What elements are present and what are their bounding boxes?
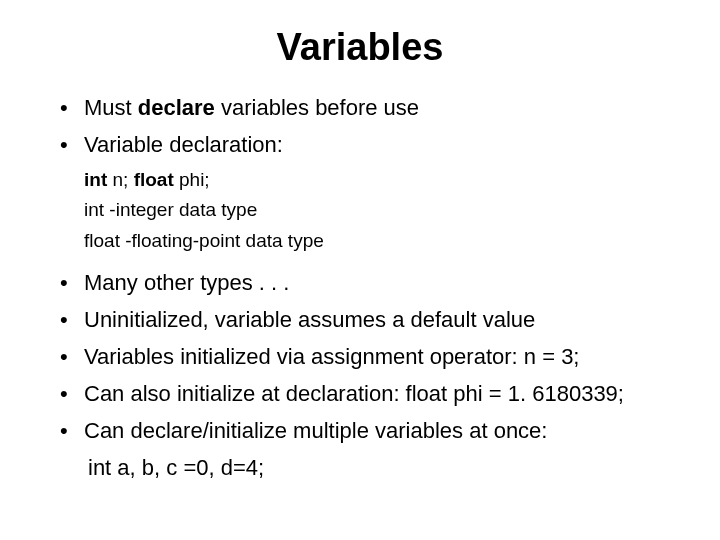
bullet-item-declare: Must declare variables before use xyxy=(60,91,680,124)
bullet-item-other-types: Many other types . . . xyxy=(60,266,680,299)
bullet-text-pre: Must xyxy=(84,95,138,120)
bullet-text: Can also initialize at declaration: floa… xyxy=(84,381,624,406)
bullet-text: Uninitialized, variable assumes a defaul… xyxy=(84,307,535,332)
slide-title: Variables xyxy=(40,26,680,69)
bullet-item-assignment: Variables initialized via assignment ope… xyxy=(60,340,680,373)
bullet-item-init-decl: Can also initialize at declaration: floa… xyxy=(60,377,680,410)
bullet-text: Variables initialized via assignment ope… xyxy=(84,344,579,369)
bullet-list-continued: Many other types . . . Uninitialized, va… xyxy=(40,266,680,447)
bullet-item-uninitialized: Uninitialized, variable assumes a defaul… xyxy=(60,303,680,336)
bullet-item-declaration: Variable declaration: xyxy=(60,128,680,161)
bullet-text-post: variables before use xyxy=(215,95,419,120)
bullet-list: Must declare variables before use Variab… xyxy=(40,91,680,161)
bullet-text: Variable declaration: xyxy=(84,132,283,157)
code-text: phi; xyxy=(174,169,210,190)
sub-item-int: int -integer data type xyxy=(84,195,680,225)
bullet-text: Many other types . . . xyxy=(84,270,289,295)
sub-item-code: int n; float phi; xyxy=(84,165,680,195)
code-text: n; xyxy=(107,169,133,190)
slide: Variables Must declare variables before … xyxy=(0,0,720,540)
sub-item-float: float -floating-point data type xyxy=(84,226,680,256)
code-keyword-int: int xyxy=(84,169,107,190)
bullet-text: Can declare/initialize multiple variable… xyxy=(84,418,547,443)
bullet-text-strong: declare xyxy=(138,95,215,120)
code-line-multiple: int a, b, c =0, d=4; xyxy=(40,451,680,484)
bullet-item-multiple: Can declare/initialize multiple variable… xyxy=(60,414,680,447)
code-keyword-float: float xyxy=(134,169,174,190)
sub-list: int n; float phi; int -integer data type… xyxy=(40,165,680,256)
